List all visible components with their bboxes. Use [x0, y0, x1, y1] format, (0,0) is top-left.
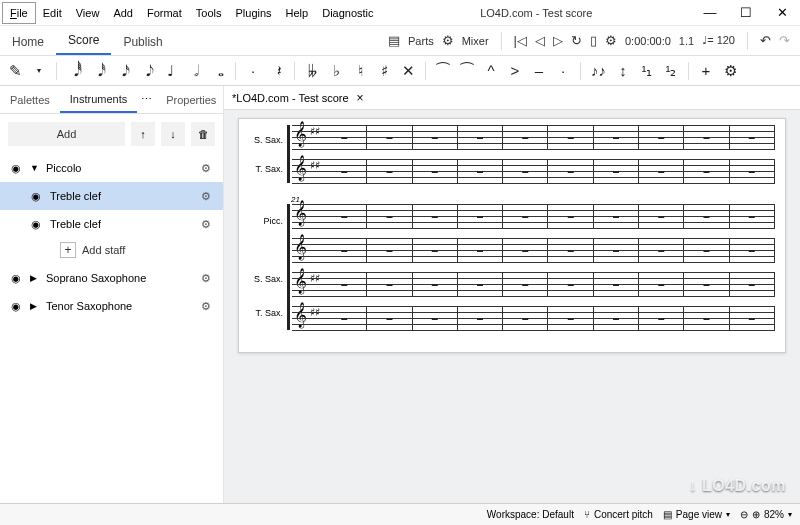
music-staff[interactable]: 𝄞: [292, 204, 775, 228]
marcato-icon[interactable]: ^: [484, 62, 498, 79]
play-icon[interactable]: ▷: [553, 33, 563, 48]
music-staff[interactable]: 𝄞: [292, 238, 775, 262]
chevron-right-icon[interactable]: ▶: [30, 301, 40, 311]
close-tab-icon[interactable]: ×: [357, 91, 364, 105]
tie-icon[interactable]: ⁀: [436, 62, 450, 80]
move-down-button[interactable]: ↓: [161, 122, 185, 146]
tab-home[interactable]: Home: [0, 29, 56, 55]
tree-item-piccolo[interactable]: ◉ ▼ Piccolo ⚙: [0, 154, 223, 182]
menu-format[interactable]: Format: [140, 3, 189, 23]
visibility-icon[interactable]: ◉: [8, 162, 24, 175]
tenuto-icon[interactable]: –: [532, 62, 546, 79]
tree-item-soprano-sax[interactable]: ◉ ▶ Soprano Saxophone ⚙: [0, 264, 223, 292]
sidebar-tab-palettes[interactable]: Palettes: [0, 88, 60, 112]
flip-icon[interactable]: ↕: [616, 62, 630, 79]
delete-button[interactable]: 🗑: [191, 122, 215, 146]
mixer-icon[interactable]: ⚙: [442, 33, 454, 48]
sidebar-tab-more[interactable]: ⋯: [137, 87, 156, 112]
note-8th-icon[interactable]: 𝅘𝅥𝅮: [139, 62, 153, 80]
double-flat-icon[interactable]: 𝄫: [305, 62, 319, 80]
menu-edit[interactable]: Edit: [36, 3, 69, 23]
gear-icon[interactable]: ⚙: [197, 218, 215, 231]
rest-icon[interactable]: 𝄽: [270, 62, 284, 80]
loop-icon[interactable]: ↻: [571, 33, 582, 48]
visibility-icon[interactable]: ◉: [28, 218, 44, 231]
move-up-button[interactable]: ↑: [131, 122, 155, 146]
visibility-icon[interactable]: ◉: [8, 272, 24, 285]
tree-item-tenor-sax[interactable]: ◉ ▶ Tenor Saxophone ⚙: [0, 292, 223, 320]
settings-icon[interactable]: ⚙: [605, 33, 617, 48]
parts-icon[interactable]: ▤: [388, 33, 400, 48]
voice1-icon[interactable]: ¹₁: [640, 62, 654, 80]
visibility-icon[interactable]: ◉: [28, 190, 44, 203]
accent-icon[interactable]: >: [508, 62, 522, 79]
chevron-right-icon[interactable]: ▶: [30, 273, 40, 283]
gear-icon[interactable]: ⚙: [197, 162, 215, 175]
parts-label[interactable]: Parts: [408, 35, 434, 47]
double-sharp-icon[interactable]: ✕: [401, 62, 415, 80]
score-page-area[interactable]: S. Sax. T. Sax. 𝄞♯♯ 𝄞♯♯: [224, 110, 800, 503]
menu-help[interactable]: Help: [279, 3, 316, 23]
chevron-down-icon[interactable]: ▾: [788, 510, 792, 519]
metronome-icon[interactable]: ▯: [590, 33, 597, 48]
zoom-level[interactable]: 82%: [764, 509, 784, 520]
natural-icon[interactable]: ♮: [353, 62, 367, 80]
menu-plugins[interactable]: Plugins: [228, 3, 278, 23]
flat-icon[interactable]: ♭: [329, 62, 343, 80]
tab-publish[interactable]: Publish: [111, 29, 174, 55]
sidebar-tab-instruments[interactable]: Instruments: [60, 87, 137, 113]
redo-icon[interactable]: ↷: [779, 33, 790, 48]
note-whole-icon[interactable]: 𝅝: [211, 62, 225, 80]
music-staff[interactable]: 𝄞♯♯: [292, 272, 775, 296]
note-32nd-icon[interactable]: 𝅘𝅥𝅰: [91, 62, 105, 80]
note-64th-icon[interactable]: 𝅘𝅥𝅱: [67, 62, 81, 80]
music-staff[interactable]: 𝄞♯♯: [292, 159, 775, 183]
chevron-down-icon[interactable]: ▼: [30, 163, 40, 173]
menu-bar: File Edit View Add Format Tools Plugins …: [0, 0, 381, 25]
menu-tools[interactable]: Tools: [189, 3, 229, 23]
menu-diagnostic[interactable]: Diagnostic: [315, 3, 380, 23]
rewind-icon[interactable]: |◁: [514, 33, 527, 48]
tempo-display[interactable]: ♩= 120: [702, 34, 735, 47]
close-button[interactable]: ✕: [764, 0, 800, 25]
concert-pitch-toggle[interactable]: ⑂ Concert pitch: [584, 509, 653, 520]
undo-icon[interactable]: ↶: [760, 33, 771, 48]
menu-add[interactable]: Add: [106, 3, 140, 23]
voice2-icon[interactable]: ¹₂: [664, 62, 678, 80]
note-16th-icon[interactable]: 𝅘𝅥𝅯: [115, 62, 129, 80]
toolbar-settings-icon[interactable]: ⚙: [723, 62, 737, 80]
gear-icon[interactable]: ⚙: [197, 300, 215, 313]
music-staff[interactable]: 𝄞♯♯: [292, 125, 775, 149]
zoom-in-icon[interactable]: ⊕: [752, 509, 760, 520]
note-half-icon[interactable]: 𝅗𝅥: [187, 62, 201, 80]
maximize-button[interactable]: ☐: [728, 0, 764, 25]
document-tab[interactable]: *LO4D.com - Test score ×: [224, 86, 800, 110]
staccato-icon[interactable]: ·: [556, 62, 570, 79]
prev-icon[interactable]: ◁: [535, 33, 545, 48]
zoom-out-icon[interactable]: ⊖: [740, 509, 748, 520]
music-staff[interactable]: 𝄞♯♯: [292, 306, 775, 330]
page-view-dropdown[interactable]: ▤ Page view ▾: [663, 509, 730, 520]
visibility-icon[interactable]: ◉: [8, 300, 24, 313]
sharp-icon[interactable]: ♯: [377, 62, 391, 80]
add-staff-button[interactable]: + Add staff: [0, 238, 223, 264]
minimize-button[interactable]: —: [692, 0, 728, 25]
tuplet-icon[interactable]: ♪♪: [591, 62, 606, 79]
tree-item-treble-clef-2[interactable]: ◉ Treble clef ⚙: [0, 210, 223, 238]
add-instrument-button[interactable]: Add: [8, 122, 125, 146]
tree-item-treble-clef-1[interactable]: ◉ Treble clef ⚙: [0, 182, 223, 210]
note-quarter-icon[interactable]: ♩: [163, 62, 177, 80]
gear-icon[interactable]: ⚙: [197, 272, 215, 285]
add-icon[interactable]: +: [699, 62, 713, 79]
sidebar-tab-properties[interactable]: Properties: [156, 88, 226, 112]
pencil-icon[interactable]: ✎: [8, 62, 22, 80]
slur-icon[interactable]: ⁀: [460, 62, 474, 80]
workspace-label[interactable]: Workspace: Default: [487, 509, 574, 520]
mixer-label[interactable]: Mixer: [462, 35, 489, 47]
dropdown-icon[interactable]: ▾: [32, 66, 46, 75]
gear-icon[interactable]: ⚙: [197, 190, 215, 203]
tab-score[interactable]: Score: [56, 27, 111, 55]
dot-icon[interactable]: ·: [246, 62, 260, 79]
menu-file[interactable]: File: [2, 2, 36, 24]
menu-view[interactable]: View: [69, 3, 107, 23]
